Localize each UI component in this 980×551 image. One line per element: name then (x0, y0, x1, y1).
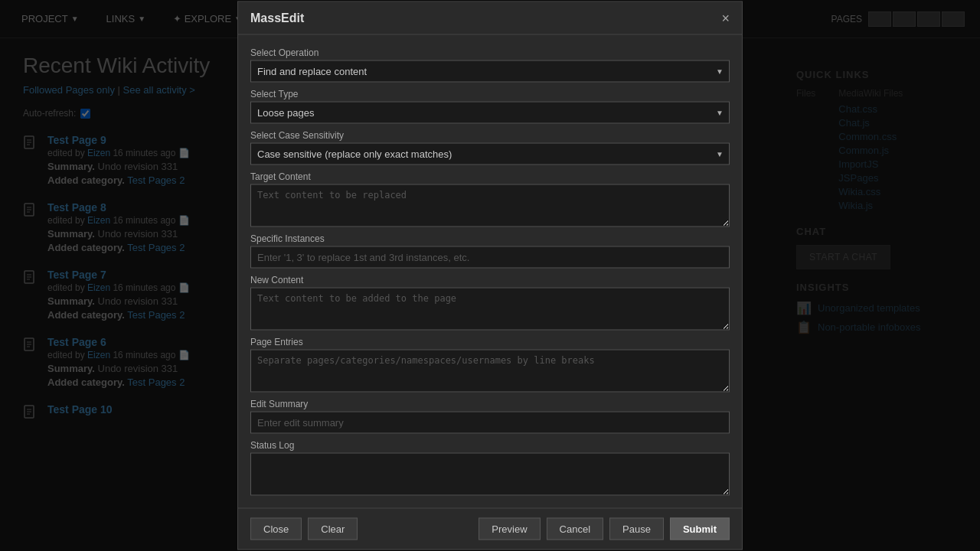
modal-title: MassEdit (250, 11, 304, 25)
select-operation-dropdown[interactable]: Find and replace content Append content … (250, 60, 730, 83)
select-type-wrapper: Loose pages Categories Namespaces Users (250, 102, 730, 124)
edit-summary-label: Edit Summary (250, 399, 730, 409)
massedit-modal: MassEdit × Select Operation Find and rep… (237, 2, 743, 550)
select-operation-wrapper: Find and replace content Append content … (250, 60, 730, 83)
status-log-label: Status Log (250, 440, 730, 451)
select-type-label: Select Type (250, 89, 730, 99)
submit-button[interactable]: Submit (670, 518, 730, 540)
preview-button[interactable]: Preview (479, 518, 540, 540)
specific-instances-label: Specific Instances (250, 233, 730, 244)
status-log-textarea[interactable] (250, 453, 730, 496)
edit-summary-input[interactable] (250, 412, 730, 434)
select-case-label: Select Case Sensitivity (250, 130, 730, 141)
clear-button[interactable]: Clear (308, 518, 358, 540)
target-content-textarea[interactable] (250, 184, 730, 227)
modal-close-button[interactable]: × (721, 11, 730, 25)
close-button[interactable]: Close (250, 518, 302, 540)
cancel-button[interactable]: Cancel (547, 518, 603, 540)
select-operation-label: Select Operation (250, 47, 730, 58)
select-case-dropdown[interactable]: Case sensitive (replace only exact match… (250, 143, 730, 165)
modal-body: Select Operation Find and replace conten… (238, 35, 742, 508)
specific-instances-input[interactable] (250, 246, 730, 269)
select-type-dropdown[interactable]: Loose pages Categories Namespaces Users (250, 102, 730, 124)
select-case-wrapper: Case sensitive (replace only exact match… (250, 143, 730, 165)
modal-header: MassEdit × (238, 2, 742, 35)
new-content-textarea[interactable] (250, 288, 730, 331)
new-content-label: New Content (250, 275, 730, 285)
modal-footer: Close Clear Preview Cancel Pause Submit (238, 508, 742, 549)
page-entries-label: Page Entries (250, 337, 730, 347)
target-content-label: Target Content (250, 171, 730, 182)
page-entries-textarea[interactable] (250, 350, 730, 393)
pause-button[interactable]: Pause (609, 518, 664, 540)
